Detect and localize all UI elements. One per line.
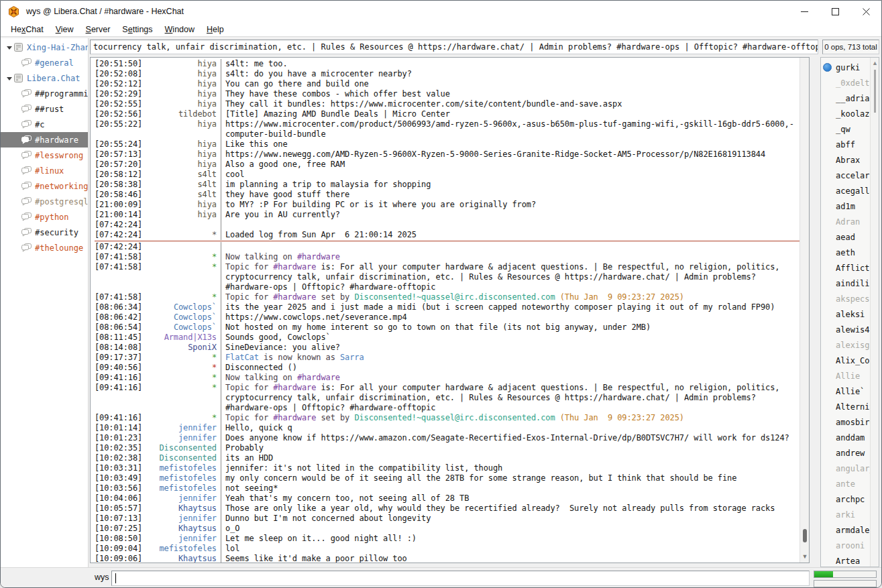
timestamp: [20:55:24] xyxy=(95,139,148,150)
message-text: They call it bundles: https://www.microc… xyxy=(221,99,800,109)
text-caret xyxy=(115,573,116,583)
timestamp: [20:58:38] xyxy=(95,180,148,190)
chat-line: [10:09:04]mefistofeleslol xyxy=(95,544,800,554)
user-list-item[interactable]: accelari xyxy=(821,168,870,183)
user-nick: alewis4 xyxy=(836,325,870,335)
minimize-button[interactable] xyxy=(789,1,820,22)
message-text: not seeing* xyxy=(221,483,800,493)
message-text: SineDeviance: you alive? xyxy=(221,343,800,353)
user-list-item[interactable]: aleksi xyxy=(821,306,870,322)
chat-scrollbar-thumb[interactable] xyxy=(803,529,807,542)
user-list-item[interactable]: anddam xyxy=(821,430,870,445)
user-nick: Alix_Coz xyxy=(836,356,870,365)
chat-line: [08:14:08]SponiXSineDeviance: you alive? xyxy=(95,343,800,353)
chat-line: [07:41:58]*Topic for #hardware set by Di… xyxy=(95,292,800,302)
message-text: im planning a trip to malaysia for shopp… xyxy=(221,180,800,190)
userlist-scrollbar-thumb[interactable] xyxy=(874,70,876,113)
user-list-item[interactable]: arooni xyxy=(821,538,870,553)
user-list-item[interactable]: amosbird xyxy=(821,414,870,430)
user-nick: andrew xyxy=(836,449,865,458)
menu-help[interactable]: Help xyxy=(201,23,230,36)
user-list-item[interactable]: Adran xyxy=(821,214,870,229)
user-list-item[interactable]: abff xyxy=(821,137,870,152)
sidebar-item--hardware[interactable]: #hardware xyxy=(1,132,88,148)
channel-label: Libera.Chat xyxy=(27,74,80,83)
channel-label: #security xyxy=(35,228,78,237)
user-nick: __adrian xyxy=(836,94,870,103)
chat-scroll-down-icon[interactable]: ▼ xyxy=(800,552,810,561)
user-list-item[interactable]: acegalla xyxy=(821,183,870,198)
user-list-item[interactable]: archpc xyxy=(821,491,870,507)
chat-line: [21:00:09]hiyato MY? :P For building PC … xyxy=(95,200,800,210)
user-list-item[interactable]: andrew xyxy=(821,445,870,461)
chat-line: [07:41:58]*Now talking on #hardware xyxy=(95,252,800,262)
sidebar-item--rust[interactable]: ##rust xyxy=(1,101,88,117)
sidebar-item--python[interactable]: #python xyxy=(1,209,88,225)
user-list-item[interactable]: ad1m xyxy=(821,198,870,214)
menu-bar: HexChatViewServerSettingsWindowHelp xyxy=(1,22,881,37)
user-nick: amosbird xyxy=(836,418,870,427)
nick-button[interactable]: wys xyxy=(95,573,109,582)
sidebar-item--postgresql[interactable]: #postgresql xyxy=(1,194,88,209)
expander-icon[interactable] xyxy=(6,44,13,51)
sidebar-item--security[interactable]: #security xyxy=(1,225,88,240)
sidebar-item-xing-hai-zhan[interactable]: Xing-Hai-Zhan xyxy=(1,40,88,55)
userlist-scroll-up-icon[interactable]: ▲ xyxy=(871,59,879,68)
sidebar-item-libera-chat[interactable]: Libera.Chat xyxy=(1,70,88,86)
user-list-item[interactable]: _koolaze xyxy=(821,106,870,121)
user-list-item[interactable]: ante xyxy=(821,476,870,491)
close-button[interactable] xyxy=(850,1,881,22)
sidebar-item--networking[interactable]: #networking xyxy=(1,178,88,194)
user-list-item[interactable]: Alternit xyxy=(821,399,870,414)
sidebar-item--general[interactable]: #general xyxy=(1,55,88,70)
message-input[interactable] xyxy=(111,571,810,586)
user-list-item[interactable]: aeth xyxy=(821,245,870,260)
message-text: Topic for #hardware set by Disconsented!… xyxy=(221,292,800,302)
chat-scrollbar[interactable]: ▼ xyxy=(800,58,809,563)
user-list-item[interactable]: akspecs xyxy=(821,291,870,306)
nick: mefistofeles xyxy=(148,463,219,473)
menu-view[interactable]: View xyxy=(50,23,80,36)
menu-settings[interactable]: Settings xyxy=(116,23,158,36)
user-list-item[interactable]: alexisg xyxy=(821,337,870,353)
user-list-item[interactable]: Artea xyxy=(821,553,870,567)
user-list-item[interactable]: Allie` xyxy=(821,384,870,399)
user-list-item[interactable]: _0xdelta xyxy=(821,75,870,91)
nick xyxy=(148,242,219,252)
user-list-item[interactable]: Allie xyxy=(821,368,870,384)
user-list-item[interactable]: aead xyxy=(821,229,870,245)
menu-window[interactable]: Window xyxy=(159,23,201,36)
sidebar-item--thelounge[interactable]: #thelounge xyxy=(1,240,88,255)
menu-server[interactable]: Server xyxy=(80,23,117,36)
user-list-item[interactable]: Abrax xyxy=(821,152,870,168)
sidebar-item--lesswrong[interactable]: #lesswrong xyxy=(1,148,88,163)
user-list-item[interactable]: aindilis xyxy=(821,276,870,291)
user-list-item[interactable]: Alix_Coz xyxy=(821,353,870,368)
sidebar-item--linux[interactable]: #linux xyxy=(1,163,88,178)
topic-input[interactable]: tocurrency talk, unfair discrimination, … xyxy=(90,40,818,54)
sidebar-item--c[interactable]: #c xyxy=(1,117,88,132)
nick xyxy=(148,220,219,230)
user-list-item[interactable]: alewis4 xyxy=(821,322,870,337)
user-list-item[interactable]: angular_ xyxy=(821,461,870,476)
user-list-item[interactable]: armdale xyxy=(821,522,870,538)
chat-panel: [20:51:50]hiyas4lt: me too.[20:52:08]hiy… xyxy=(90,57,810,563)
nick: hiya xyxy=(148,89,219,99)
userlist-scrollbar[interactable]: ▲ xyxy=(870,58,879,567)
sidebar-item--programming[interactable]: ##programming xyxy=(1,86,88,101)
expander-icon[interactable] xyxy=(6,75,13,82)
user-list-item[interactable]: __adrian xyxy=(821,91,870,106)
user-nick: alexisg xyxy=(836,341,870,350)
timestamp: [07:41:58] xyxy=(95,262,148,292)
maximize-button[interactable] xyxy=(820,1,850,22)
menu-hexchat[interactable]: HexChat xyxy=(5,23,50,36)
user-nick: Alternit xyxy=(836,402,870,412)
user-list-item[interactable]: Afflicti xyxy=(821,260,870,276)
message-text: Topic for #hardware is: For all your com… xyxy=(221,262,800,292)
title-bar[interactable]: wys @ Libera.Chat / #hardware - HexChat xyxy=(1,1,881,22)
nick: Cowclops` xyxy=(148,302,219,312)
user-list-item[interactable]: arki xyxy=(821,507,870,522)
user-list-item[interactable]: _qw xyxy=(821,121,870,137)
user-list-item[interactable]: gurki xyxy=(821,60,870,75)
chat-line: [20:58:38]s4ltim planning a trip to mala… xyxy=(95,180,800,190)
